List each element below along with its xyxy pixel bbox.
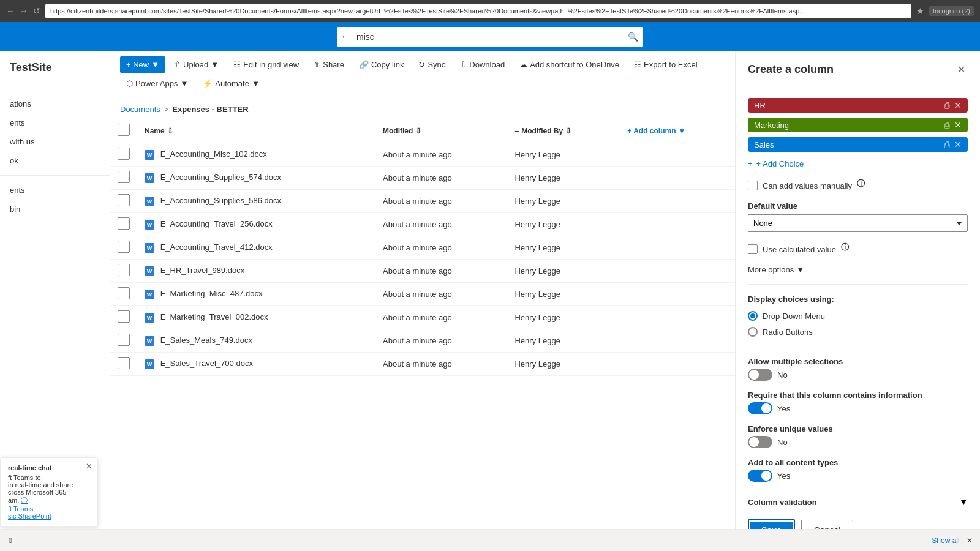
back-icon[interactable]: ← bbox=[6, 6, 15, 16]
classic-sharepoint-link[interactable]: sic SharePoint bbox=[8, 512, 51, 520]
share-button[interactable]: ⇧ Share bbox=[307, 56, 350, 73]
table-row[interactable]: W E_Sales_Meals_749.docx About a minute … bbox=[110, 329, 735, 353]
add-content-types-toggle[interactable] bbox=[748, 470, 772, 482]
chip-settings-icon[interactable]: ⎙ bbox=[944, 120, 949, 130]
edit-grid-button[interactable]: ☷ Edit in grid view bbox=[227, 56, 305, 73]
search-input[interactable] bbox=[354, 32, 623, 42]
file-name-cell[interactable]: W E_Sales_Travel_700.docx bbox=[137, 353, 375, 376]
dropdown-radio-row[interactable]: Drop-Down Menu bbox=[748, 311, 968, 321]
radio-buttons-radio[interactable] bbox=[748, 327, 758, 337]
file-name-cell[interactable]: W E_Marketing_Misc_487.docx bbox=[137, 283, 375, 306]
radio-buttons-row[interactable]: Radio Buttons bbox=[748, 327, 968, 337]
copy-link-button[interactable]: 🔗 Copy link bbox=[353, 56, 410, 73]
table-row[interactable]: W E_Accounting_Misc_102.docx About a min… bbox=[110, 143, 735, 167]
can-add-values-checkbox[interactable] bbox=[748, 181, 758, 190]
panel-close-button[interactable]: ✕ bbox=[955, 61, 968, 78]
sidebar-item-4[interactable]: ents bbox=[0, 181, 110, 200]
chip-close-icon[interactable]: ✕ bbox=[954, 140, 962, 149]
forward-icon[interactable]: → bbox=[20, 6, 28, 16]
sidebar-item-0[interactable]: ations bbox=[0, 94, 110, 113]
sync-button[interactable]: ↻ Sync bbox=[412, 56, 451, 73]
power-apps-button[interactable]: ⬡ Power Apps ▼ bbox=[120, 75, 194, 92]
dropdown-radio[interactable] bbox=[748, 311, 758, 321]
can-add-values-info[interactable]: ⓘ bbox=[857, 178, 865, 189]
file-name-cell[interactable]: W E_HR_Travel_989.docx bbox=[137, 260, 375, 283]
download-button[interactable]: ⇩ Download bbox=[454, 56, 511, 73]
chat-notif-close[interactable]: ✕ bbox=[86, 462, 92, 471]
file-name-cell[interactable]: W E_Accounting_Supplies_574.docx bbox=[137, 167, 375, 190]
url-bar[interactable]: https://citizenbuilders.sharepoint.com/s… bbox=[45, 4, 911, 18]
row-checkbox[interactable] bbox=[118, 217, 130, 230]
row-checkbox[interactable] bbox=[118, 171, 130, 183]
modified-cell: About a minute ago bbox=[375, 167, 507, 190]
close-bottom-icon[interactable]: ✕ bbox=[967, 536, 973, 545]
grid-icon: ☷ bbox=[233, 60, 241, 69]
new-button[interactable]: + New ▼ bbox=[120, 56, 165, 73]
use-calculated-checkbox[interactable] bbox=[748, 244, 758, 254]
row-checkbox[interactable] bbox=[118, 334, 130, 346]
expand-icon[interactable]: ⇧ bbox=[7, 536, 13, 545]
modified-header[interactable]: Modified ⇩ bbox=[375, 119, 507, 143]
add-choice-button[interactable]: + + Add Choice bbox=[748, 159, 968, 168]
table-row[interactable]: W E_Accounting_Travel_256.docx About a m… bbox=[110, 213, 735, 236]
table-row[interactable]: W E_Marketing_Misc_487.docx About a minu… bbox=[110, 283, 735, 306]
add-column-header[interactable]: + Add column ▼ bbox=[620, 119, 735, 143]
chip-close-icon[interactable]: ✕ bbox=[954, 120, 962, 130]
enforce-unique-toggle[interactable] bbox=[748, 436, 772, 448]
file-name-cell[interactable]: W E_Marketing_Travel_002.docx bbox=[137, 306, 375, 329]
row-checkbox[interactable] bbox=[118, 310, 130, 323]
add-shortcut-button[interactable]: ☁ Add shortcut to OneDrive bbox=[513, 56, 625, 73]
chip-settings-icon[interactable]: ⎙ bbox=[944, 140, 949, 149]
require-info-toggle[interactable] bbox=[748, 402, 772, 414]
upload-button[interactable]: ⇧ Upload ▼ bbox=[168, 56, 225, 73]
teams-link[interactable]: ft Teams bbox=[8, 505, 33, 512]
table-row[interactable]: W E_Sales_Travel_700.docx About a minute… bbox=[110, 353, 735, 376]
checkbox-header[interactable] bbox=[110, 119, 137, 143]
chat-notif-info-link[interactable]: ⓘ bbox=[21, 497, 28, 504]
table-row[interactable]: W E_Marketing_Travel_002.docx About a mi… bbox=[110, 306, 735, 329]
row-checkbox[interactable] bbox=[118, 264, 130, 276]
file-name-cell[interactable]: W E_Sales_Meals_749.docx bbox=[137, 329, 375, 353]
file-name-cell[interactable]: W E_Accounting_Travel_412.docx bbox=[137, 236, 375, 260]
allow-multiple-toggle[interactable] bbox=[748, 369, 772, 381]
row-checkbox[interactable] bbox=[118, 148, 130, 160]
sidebar-item-2[interactable]: with us bbox=[0, 132, 110, 151]
more-options-row[interactable]: More options ▼ bbox=[748, 265, 968, 274]
breadcrumb-documents[interactable]: Documents bbox=[120, 105, 160, 114]
reload-icon[interactable]: ↺ bbox=[33, 6, 40, 16]
modified-by-header[interactable]: – Modified By ⇩ bbox=[507, 119, 620, 143]
row-checkbox[interactable] bbox=[118, 194, 130, 206]
row-checkbox[interactable] bbox=[118, 287, 130, 299]
sidebar-item-5[interactable]: bin bbox=[0, 200, 110, 219]
table-row[interactable]: W E_Accounting_Travel_412.docx About a m… bbox=[110, 236, 735, 260]
automate-button[interactable]: ⚡ Automate ▼ bbox=[197, 75, 266, 92]
file-name-cell[interactable]: W E_Accounting_Supplies_586.docx bbox=[137, 190, 375, 213]
search-icon[interactable]: 🔍 bbox=[623, 32, 643, 42]
bookmark-icon[interactable]: ★ bbox=[916, 6, 924, 16]
table-row[interactable]: W E_HR_Travel_989.docx About a minute ag… bbox=[110, 260, 735, 283]
row-checkbox[interactable] bbox=[118, 241, 130, 253]
table-row[interactable]: W E_Accounting_Supplies_586.docx About a… bbox=[110, 190, 735, 213]
file-name-cell[interactable]: W E_Accounting_Misc_102.docx bbox=[137, 143, 375, 167]
use-calculated-info[interactable]: ⓘ bbox=[841, 242, 849, 253]
sidebar-item-1[interactable]: ents bbox=[0, 113, 110, 132]
default-value-label: Default value bbox=[748, 201, 968, 211]
show-all-button[interactable]: Show all bbox=[932, 536, 959, 545]
can-add-values-label: Can add values manually bbox=[763, 181, 852, 190]
name-header[interactable]: Name ⇩ bbox=[137, 119, 375, 143]
sync-icon: ↻ bbox=[418, 60, 425, 69]
site-title[interactable]: TestSite bbox=[0, 61, 110, 84]
chip-settings-icon[interactable]: ⎙ bbox=[944, 100, 949, 110]
column-validation-row[interactable]: Column validation ▼ bbox=[748, 492, 968, 509]
default-value-select[interactable]: None bbox=[748, 214, 968, 232]
select-all-checkbox[interactable] bbox=[118, 124, 130, 136]
chip-close-icon[interactable]: ✕ bbox=[954, 100, 962, 110]
row-checkbox[interactable] bbox=[118, 357, 130, 369]
search-bar[interactable]: ← 🔍 bbox=[337, 27, 643, 47]
table-row[interactable]: W E_Accounting_Supplies_574.docx About a… bbox=[110, 167, 735, 190]
file-name-cell[interactable]: W E_Accounting_Travel_256.docx bbox=[137, 213, 375, 236]
search-back-icon[interactable]: ← bbox=[337, 31, 354, 42]
sidebar-item-3[interactable]: ok bbox=[0, 151, 110, 170]
export-excel-button[interactable]: ☷ Export to Excel bbox=[628, 56, 703, 73]
onedrive-icon: ☁ bbox=[519, 60, 527, 69]
